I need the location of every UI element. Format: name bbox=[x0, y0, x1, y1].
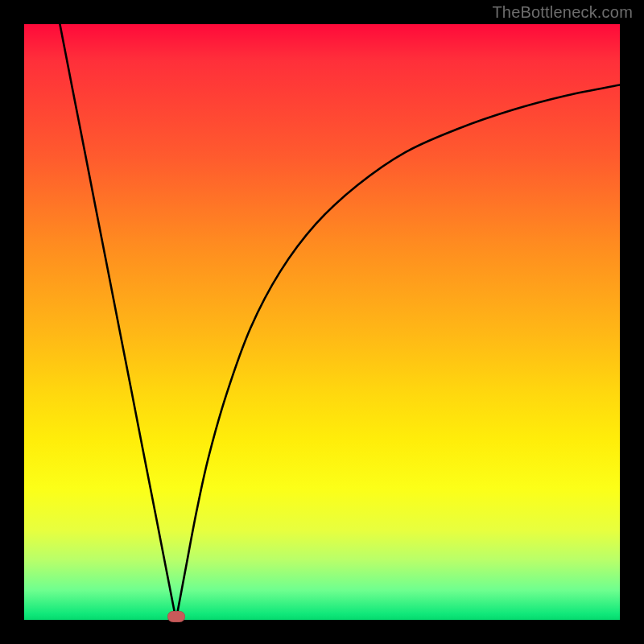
chart-frame: TheBottleneck.com bbox=[0, 0, 644, 644]
plot-area bbox=[24, 24, 620, 620]
curve-right-branch bbox=[176, 85, 620, 620]
curve-left-branch bbox=[60, 24, 175, 620]
bottleneck-marker bbox=[167, 611, 185, 622]
curve-layer bbox=[24, 24, 620, 620]
watermark-text: TheBottleneck.com bbox=[492, 3, 633, 22]
